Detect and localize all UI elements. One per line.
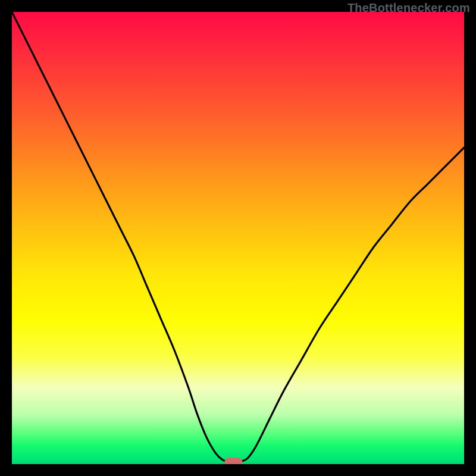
bottleneck-curve: [12, 12, 464, 462]
plot-svg: [12, 12, 464, 464]
chart-frame: TheBottlenecker.com: [0, 0, 476, 476]
optimum-marker: [224, 458, 242, 464]
plot-area: [12, 12, 464, 464]
